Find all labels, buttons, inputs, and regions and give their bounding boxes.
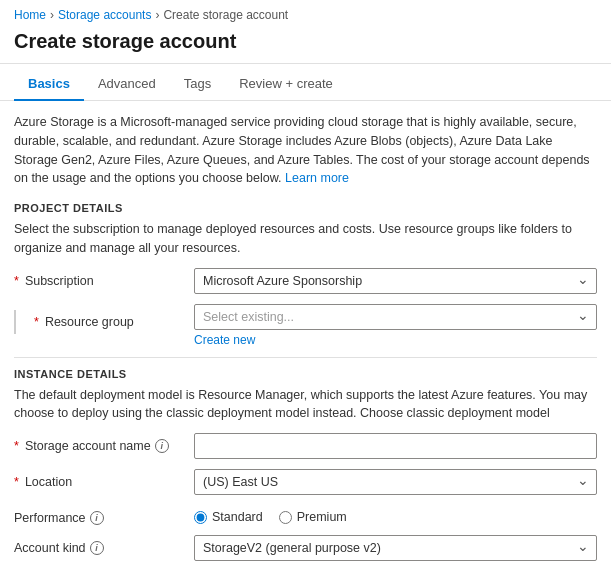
classic-deployment-link[interactable]: Choose classic deployment model	[360, 406, 550, 420]
subscription-control: Microsoft Azure Sponsorship	[194, 268, 597, 294]
instance-details-title: INSTANCE DETAILS	[14, 368, 597, 380]
tab-basics[interactable]: Basics	[14, 68, 84, 101]
location-select-wrapper: (US) East US	[194, 469, 597, 495]
create-new-resource-group-link[interactable]: Create new	[194, 333, 597, 347]
tabs-container: Basics Advanced Tags Review + create	[0, 68, 611, 101]
breadcrumb: Home › Storage accounts › Create storage…	[0, 0, 611, 26]
storage-account-name-group: * Storage account name i	[14, 433, 597, 459]
project-details-title: PROJECT DETAILS	[14, 202, 597, 214]
tab-review-create[interactable]: Review + create	[225, 68, 347, 101]
performance-label: Performance i	[14, 505, 184, 525]
location-label: * Location	[14, 469, 184, 489]
performance-info-icon[interactable]: i	[90, 511, 104, 525]
performance-standard-radio[interactable]	[194, 511, 207, 524]
resource-group-select[interactable]: Select existing...	[194, 304, 597, 330]
tab-advanced[interactable]: Advanced	[84, 68, 170, 101]
page-title: Create storage account	[0, 26, 611, 64]
account-kind-select[interactable]: StorageV2 (general purpose v2)	[194, 535, 597, 561]
performance-radio-group: Standard Premium	[194, 505, 597, 524]
location-group: * Location (US) East US	[14, 469, 597, 495]
performance-control: Standard Premium	[194, 505, 597, 524]
main-content: Azure Storage is a Microsoft-managed ser…	[0, 101, 611, 569]
account-kind-label: Account kind i	[14, 535, 184, 555]
breadcrumb-storage-accounts[interactable]: Storage accounts	[58, 8, 151, 22]
account-kind-select-wrapper: StorageV2 (general purpose v2)	[194, 535, 597, 561]
location-control: (US) East US	[194, 469, 597, 495]
breadcrumb-home[interactable]: Home	[14, 8, 46, 22]
storage-account-name-input[interactable]	[194, 433, 597, 459]
storage-account-name-control	[194, 433, 597, 459]
project-details-desc: Select the subscription to manage deploy…	[14, 220, 597, 258]
subscription-select[interactable]: Microsoft Azure Sponsorship	[194, 268, 597, 294]
resource-group-select-wrapper: Select existing...	[194, 304, 597, 330]
breadcrumb-current: Create storage account	[163, 8, 288, 22]
divider-1	[14, 357, 597, 358]
storage-account-name-label: * Storage account name i	[14, 433, 184, 453]
resource-group-label: * Resource group	[14, 304, 184, 334]
account-kind-info-icon[interactable]: i	[90, 541, 104, 555]
location-select[interactable]: (US) East US	[194, 469, 597, 495]
learn-more-link[interactable]: Learn more	[285, 171, 349, 185]
account-kind-group: Account kind i StorageV2 (general purpos…	[14, 535, 597, 561]
instance-details-desc: The default deployment model is Resource…	[14, 386, 597, 424]
performance-group: Performance i Standard Premium	[14, 505, 597, 525]
subscription-select-wrapper: Microsoft Azure Sponsorship	[194, 268, 597, 294]
resource-group-group: * Resource group Select existing... Crea…	[14, 304, 597, 347]
performance-premium-radio[interactable]	[279, 511, 292, 524]
performance-standard[interactable]: Standard	[194, 510, 263, 524]
tab-tags[interactable]: Tags	[170, 68, 225, 101]
performance-premium[interactable]: Premium	[279, 510, 347, 524]
page-description: Azure Storage is a Microsoft-managed ser…	[14, 113, 597, 188]
storage-account-name-info-icon[interactable]: i	[155, 439, 169, 453]
account-kind-control: StorageV2 (general purpose v2)	[194, 535, 597, 561]
subscription-label: * Subscription	[14, 268, 184, 288]
subscription-group: * Subscription Microsoft Azure Sponsorsh…	[14, 268, 597, 294]
resource-group-control: Select existing... Create new	[194, 304, 597, 347]
